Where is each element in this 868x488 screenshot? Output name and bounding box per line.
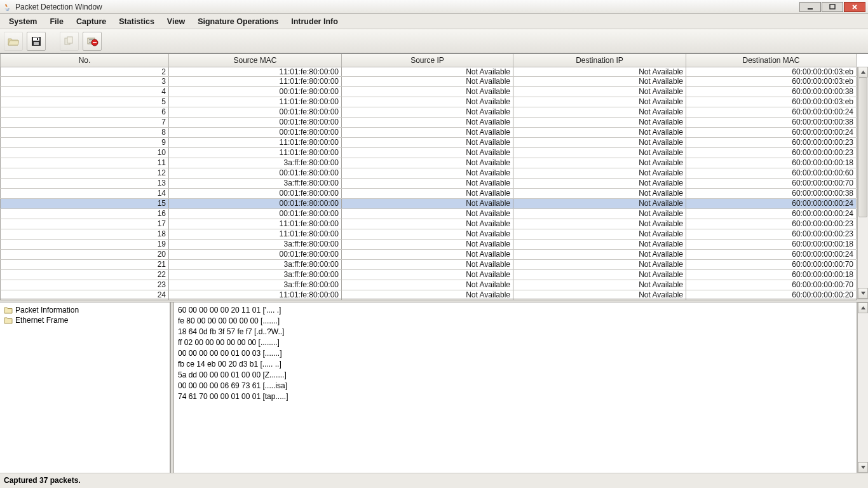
cell: 4 (1, 86, 169, 97)
hex-line: ff 02 00 00 00 00 00 00 [........] (178, 337, 853, 348)
table-row[interactable]: 2000:01:fe:80:00:00Not AvailableNot Avai… (1, 249, 857, 259)
table-row[interactable]: 113a:ff:fe:80:00:00Not AvailableNot Avai… (1, 158, 857, 168)
packet-table[interactable]: No.Source MACSource IPDestination IPDest… (0, 54, 857, 301)
copy-button[interactable] (60, 32, 79, 51)
table-row[interactable]: 133a:ff:fe:80:00:00Not AvailableNot Avai… (1, 178, 857, 188)
column-header-destination-ip[interactable]: Destination IP (513, 54, 686, 67)
cell: 7 (1, 117, 169, 127)
table-row[interactable]: 211:01:fe:80:00:00Not AvailableNot Avail… (1, 67, 857, 76)
scroll-up-arrow-icon[interactable] (858, 302, 868, 313)
cell: 11:01:fe:80:00:00 (169, 147, 342, 158)
folder-icon (4, 306, 13, 314)
hex-vertical-scrollbar[interactable] (857, 302, 868, 473)
column-header-source-ip[interactable]: Source IP (342, 54, 513, 67)
table-row[interactable]: 193a:ff:fe:80:00:00Not AvailableNot Avai… (1, 239, 857, 249)
cell: Not Available (342, 168, 513, 178)
svg-rect-0 (808, 8, 813, 10)
table-row[interactable]: 223a:ff:fe:80:00:00Not AvailableNot Avai… (1, 269, 857, 280)
cell: Not Available (342, 259, 513, 269)
cell: 00:01:fe:80:00:00 (169, 188, 342, 198)
cell: 60:00:00:00:03:eb (686, 76, 857, 86)
table-row[interactable]: 1400:01:fe:80:00:00Not AvailableNot Avai… (1, 188, 857, 198)
table-row[interactable]: 400:01:fe:80:00:00Not AvailableNot Avail… (1, 86, 857, 97)
cell: Not Available (342, 117, 513, 127)
cell: Not Available (513, 107, 686, 117)
table-row[interactable]: 511:01:fe:80:00:00Not AvailableNot Avail… (1, 97, 857, 107)
hex-pane[interactable]: 60 00 00 00 00 20 11 01 ['.... .]fe 80 0… (174, 302, 857, 473)
cell: 11:01:fe:80:00:00 (169, 219, 342, 229)
cell: 8 (1, 127, 169, 137)
menu-statistics[interactable]: Statistics (112, 15, 161, 28)
cell: 00:01:fe:80:00:00 (169, 117, 342, 127)
table-vertical-scrollbar[interactable] (857, 67, 868, 299)
tree-node-packet-information[interactable]: Packet Information (1, 305, 168, 315)
table-row[interactable]: 1200:01:fe:80:00:00Not AvailableNot Avai… (1, 168, 857, 178)
cell: 00:01:fe:80:00:00 (169, 127, 342, 137)
table-row[interactable]: 1600:01:fe:80:00:00Not AvailableNot Avai… (1, 208, 857, 219)
table-row[interactable]: 1011:01:fe:80:00:00Not AvailableNot Avai… (1, 147, 857, 158)
packet-table-area: No.Source MACSource IPDestination IPDest… (0, 53, 868, 299)
table-row[interactable]: 911:01:fe:80:00:00Not AvailableNot Avail… (1, 137, 857, 147)
scroll-up-arrow-icon[interactable] (858, 67, 868, 78)
cell: 00:01:fe:80:00:00 (169, 208, 342, 219)
cell: 3a:ff:fe:80:00:00 (169, 259, 342, 269)
cell: 60:00:00:00:00:23 (686, 137, 857, 147)
table-row[interactable]: 2411:01:fe:80:00:00Not AvailableNot Avai… (1, 290, 857, 300)
cell: Not Available (513, 290, 686, 300)
scroll-thumb[interactable] (858, 78, 867, 217)
cell: 60:00:00:00:03:eb (686, 97, 857, 107)
save-button[interactable] (27, 32, 46, 51)
cell: 60:00:00:00:00:18 (686, 158, 857, 168)
cell: Not Available (513, 178, 686, 188)
menu-view[interactable]: View (161, 15, 191, 28)
cell: 60:00:00:00:00:24 (686, 249, 857, 259)
cell: Not Available (513, 269, 686, 280)
hex-line: 18 64 0d fb 3f 57 fe f7 [.d..?W..] (178, 327, 853, 337)
cell: 3a:ff:fe:80:00:00 (169, 239, 342, 249)
minimize-button[interactable] (799, 2, 821, 12)
table-row[interactable]: 800:01:fe:80:00:00Not AvailableNot Avail… (1, 127, 857, 137)
cell: Not Available (342, 290, 513, 300)
cell: 60:00:00:00:00:70 (686, 178, 857, 188)
scroll-down-arrow-icon[interactable] (858, 288, 868, 299)
cell: Not Available (513, 229, 686, 239)
table-row[interactable]: 700:01:fe:80:00:00Not AvailableNot Avail… (1, 117, 857, 127)
menu-capture[interactable]: Capture (70, 15, 112, 28)
table-row[interactable]: 233a:ff:fe:80:00:00Not AvailableNot Avai… (1, 280, 857, 290)
menu-signature-operations[interactable]: Signature Operations (191, 15, 285, 28)
toolbar (0, 29, 868, 53)
cell: Not Available (513, 158, 686, 168)
hex-line: 5a dd 00 00 00 01 00 00 [Z.......] (178, 370, 853, 381)
column-header-source-mac[interactable]: Source MAC (169, 54, 342, 67)
close-button[interactable] (844, 2, 865, 12)
cell: 60:00:00:00:00:24 (686, 198, 857, 208)
table-row[interactable]: 600:01:fe:80:00:00Not AvailableNot Avail… (1, 107, 857, 117)
menu-system[interactable]: System (3, 15, 43, 28)
tree-node-ethernet-frame[interactable]: Ethernet Frame (1, 315, 168, 325)
cell: 60:00:00:00:00:24 (686, 208, 857, 219)
scroll-track[interactable] (858, 78, 868, 288)
table-row[interactable]: 1500:01:fe:80:00:00Not AvailableNot Avai… (1, 198, 857, 208)
table-row[interactable]: 213a:ff:fe:80:00:00Not AvailableNot Avai… (1, 259, 857, 269)
folder-icon (4, 316, 13, 324)
table-row[interactable]: 1711:01:fe:80:00:00Not AvailableNot Avai… (1, 219, 857, 229)
stop-capture-button[interactable] (83, 32, 102, 51)
tree-pane[interactable]: Packet InformationEthernet Frame (0, 302, 170, 473)
table-row[interactable]: 311:01:fe:80:00:00Not AvailableNot Avail… (1, 76, 857, 86)
hex-line: 74 61 70 00 00 01 00 01 [tap.....] (178, 391, 853, 402)
column-header-destination-mac[interactable]: Destination MAC (686, 54, 857, 67)
cell: 23 (1, 280, 169, 290)
scroll-track[interactable] (858, 313, 868, 462)
scroll-down-arrow-icon[interactable] (858, 462, 868, 473)
cell: 60:00:00:00:00:23 (686, 219, 857, 229)
svg-rect-3 (33, 37, 39, 41)
table-row[interactable]: 1811:01:fe:80:00:00Not AvailableNot Avai… (1, 229, 857, 239)
cell: Not Available (513, 208, 686, 219)
cell: Not Available (342, 76, 513, 86)
menu-file[interactable]: File (43, 15, 70, 28)
maximize-button[interactable] (822, 2, 843, 12)
menu-intruder-info[interactable]: Intruder Info (285, 15, 344, 28)
column-header-no-[interactable]: No. (1, 54, 169, 67)
cell: Not Available (513, 249, 686, 259)
open-button[interactable] (4, 32, 23, 51)
